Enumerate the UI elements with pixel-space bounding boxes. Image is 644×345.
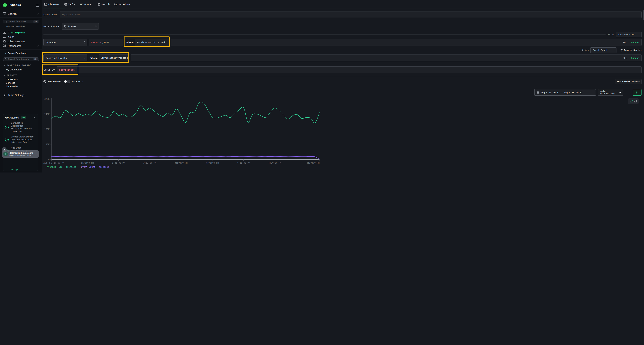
help-button[interactable]: ? [2, 147, 6, 152]
sidebar: HyperDX Search Saved Searches ⌘K No save… [0, 0, 42, 172]
where-label: Where [90, 57, 98, 59]
tab-label: Search [101, 3, 110, 6]
legend-item-average-time[interactable]: — Average Time · frontend [44, 166, 76, 168]
legend-item-event-count[interactable]: — Event Count · frontend [79, 166, 109, 168]
sidebar-item-client-sessions[interactable]: Client Sessions [0, 39, 42, 44]
tab-search[interactable]: Search [98, 3, 110, 6]
user-email: dale@clickhouse.com [10, 152, 37, 154]
sidebar-item-clickhouse[interactable]: ClickHouse [0, 78, 42, 81]
preset-link-label: Services [6, 81, 15, 84]
line-chart-icon [3, 31, 6, 34]
main-content: Line/Bar Table 123 Number Search [42, 0, 322, 172]
series-2-where-input[interactable]: ServiceName:"frontend" [99, 54, 129, 61]
tab-table[interactable]: Table [64, 3, 75, 6]
group-by-label: Group By [44, 68, 57, 71]
series-1-field-input[interactable]: Duration/1000 [89, 39, 123, 46]
get-started-item-title: Create Data Sources [11, 135, 36, 138]
gear-icon [3, 94, 6, 96]
field-token: 1000 [104, 41, 109, 44]
svg-text:240K: 240K [44, 113, 50, 115]
saved-dashboards-group-header[interactable]: SAVED DASHBOARDS [0, 64, 42, 66]
tab-number[interactable]: 123 Number [80, 3, 93, 6]
sidebar-item-kubernetes[interactable]: Kubernetes [0, 84, 42, 88]
get-started-item-desc: Set up your database connection [11, 127, 36, 133]
svg-text:4:20:00 PM: 4:20:00 PM [268, 162, 281, 164]
sidebar-item-my-dashboard[interactable]: My Dashboard [0, 68, 42, 71]
series-2-filter-input[interactable]: SQL|Lucene [131, 54, 322, 61]
svg-text:3:52:00 PM: 3:52:00 PM [143, 162, 156, 164]
tab-label: Table [68, 3, 75, 6]
series-1-where-input[interactable]: ServiceName:"frontend" [135, 39, 170, 46]
series-divider-line [44, 50, 322, 50]
table-icon [64, 3, 67, 5]
collapse-sidebar-icon[interactable] [36, 4, 39, 6]
svg-text:160K: 160K [44, 128, 50, 130]
sidebar-item-team-settings[interactable]: Team Settings [0, 93, 42, 97]
preset-link-label: ClickHouse [6, 78, 18, 81]
where-value: ServiceName:"frontend" [136, 41, 166, 44]
get-started-item-datasources[interactable]: Create Data Sources Configure where your… [5, 135, 36, 144]
sidebar-item-label: Client Sessions [8, 40, 39, 43]
select-chevrons-icon [84, 41, 85, 44]
get-started-item-title: Add Data [11, 146, 36, 149]
group-by-input[interactable]: ServiceName [57, 66, 322, 73]
as-ratio-toggle[interactable] [64, 80, 70, 83]
sidebar-divider [0, 17, 42, 18]
create-dashboard-button[interactable]: + Create Dashboard [0, 51, 42, 55]
group-header-label: PRESETS [6, 74, 17, 76]
svg-text:3:38:00 PM: 3:38:00 PM [81, 162, 94, 164]
get-started-item-connect[interactable]: Connect to ClickHouse Set up your databa… [5, 122, 36, 133]
active-tab-indicator [44, 8, 64, 9]
sidebar-item-services[interactable]: Services [0, 81, 42, 84]
saved-searches-input[interactable]: Saved Searches ⌘K [3, 20, 39, 23]
svg-text:3:59:00 PM: 3:59:00 PM [174, 162, 188, 164]
field-token: Duration [91, 41, 102, 44]
plus-icon: + [5, 52, 6, 54]
brand-title: HyperDX [8, 3, 36, 7]
field-token: / [102, 41, 104, 44]
sidebar-item-dashboards[interactable]: Dashboards [0, 44, 42, 48]
sidebar-item-chart-explorer[interactable]: Chart Explorer [0, 30, 42, 35]
tab-line-bar[interactable]: Line/Bar [44, 3, 60, 6]
svg-text:4:13:00 PM: 4:13:00 PM [237, 162, 250, 164]
line-chart-icon [44, 3, 47, 5]
sidebar-item-alerts[interactable]: Alerts [0, 35, 42, 39]
get-started-card: Get Started 3/3 Connect to ClickHouse Se… [3, 114, 38, 171]
svg-text:Aug 4 3:30:00 PM: Aug 4 3:30:00 PM [44, 162, 64, 164]
chart-area: 080K160K240K320KAug 4 3:30:00 PM3:38:00 … [44, 97, 322, 172]
chart-name-input[interactable]: My Chart Name [60, 11, 322, 18]
data-source-select[interactable]: Traces [62, 23, 99, 29]
svg-text:80K: 80K [46, 143, 50, 146]
series-1-aggregation-select[interactable]: Average [44, 39, 87, 46]
bell-icon [3, 35, 6, 38]
series-1-filter-input[interactable]: SQL|Lucene [171, 39, 322, 46]
legend-sep: · [64, 166, 65, 168]
tab-label: Markdown [118, 3, 130, 6]
timeseries-chart[interactable]: 080K160K240K320KAug 4 3:30:00 PM3:38:00 … [44, 97, 320, 168]
saved-dashboards-input[interactable]: Saved Dashboards ⌘K [3, 57, 39, 61]
group-by-value: ServiceName [59, 68, 74, 71]
presets-group-header[interactable]: PRESETS [0, 74, 42, 76]
add-series-button[interactable]: Add Series [44, 80, 61, 83]
select-chevrons-icon [84, 57, 85, 59]
svg-text:320K: 320K [44, 98, 50, 100]
tab-label: Line/Bar [48, 3, 60, 6]
sidebar-item-label: Chart Explorer [8, 31, 39, 34]
get-started-progress-badge: 3/3 [21, 116, 26, 119]
svg-text:4:30:00 PM: 4:30:00 PM [306, 162, 320, 164]
search-section-icon [3, 12, 6, 15]
database-icon [64, 25, 66, 27]
tab-markdown[interactable]: M↓ Markdown [114, 3, 130, 6]
sidebar-section-search[interactable]: Search [0, 12, 42, 16]
search-icon [5, 58, 7, 60]
user-menu[interactable]: D dale@clickhouse.com dale@clickhouse.co… [2, 150, 39, 158]
laptop-icon [3, 40, 6, 42]
search-section-label: Search [8, 12, 37, 15]
chevron-up-icon[interactable] [34, 117, 36, 118]
get-started-footer-link[interactable]: set up! [11, 168, 18, 171]
user-team: dale@clickhouse.com's [10, 154, 37, 156]
avatar: D [3, 152, 8, 156]
series-2-aggregation-select[interactable]: Count of Events [44, 54, 87, 61]
get-started-title: Get Started [5, 116, 19, 119]
legend-group: frontend [99, 166, 109, 168]
